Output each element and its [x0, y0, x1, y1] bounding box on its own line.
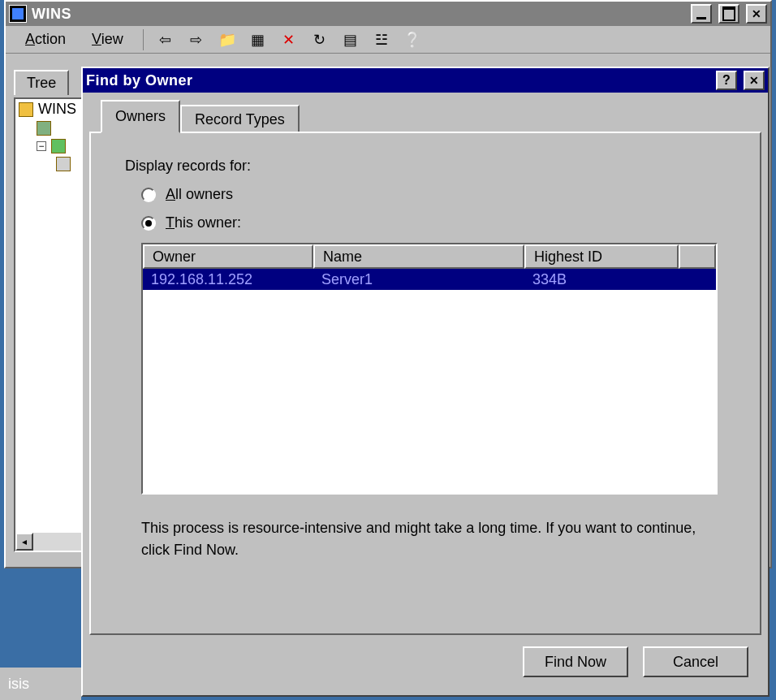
menubar: Action View ⇦ ⇨ 📁 ▦ ✕ ↻ ▤ ☳ ❔	[6, 26, 770, 54]
radio-dot	[145, 220, 152, 227]
menu-separator	[143, 29, 144, 50]
radio-this-owner-label: This owner:	[166, 214, 241, 231]
tab-page-owners: Display records for: All owners This own…	[89, 132, 761, 635]
toolbar-refresh-icon[interactable]: ↻	[306, 27, 334, 53]
listview-headers: Owner Name Highest ID	[143, 244, 716, 269]
records-icon	[56, 157, 71, 171]
cancel-button[interactable]: Cancel	[643, 646, 748, 677]
toolbar-export-icon[interactable]: ▤	[337, 27, 364, 53]
tree-collapse-icon[interactable]: −	[37, 141, 46, 151]
app-icon	[9, 5, 27, 23]
server-icon	[37, 121, 51, 136]
radio-this-owner-row[interactable]: This owner:	[141, 214, 726, 231]
tree-root-label: WINS	[38, 101, 76, 118]
wins-root-icon	[19, 102, 33, 117]
toolbar-up-icon[interactable]: 📁	[213, 27, 241, 53]
toolbar-delete-icon[interactable]: ✕	[275, 27, 303, 53]
radio-all-owners[interactable]	[141, 188, 156, 202]
col-name[interactable]: Name	[313, 244, 524, 269]
tree-tab[interactable]: Tree	[14, 70, 69, 95]
radio-all-owners-row[interactable]: All owners	[141, 186, 726, 203]
dialog-body: Owners Record Types Display records for:…	[89, 101, 761, 689]
cell-owner: 192.168.11.252	[143, 270, 313, 290]
dialog-title: Find by Owner	[86, 72, 709, 89]
table-row[interactable]: 192.168.11.252 Server1 334B	[143, 269, 716, 290]
radio-all-owners-label: All owners	[166, 186, 233, 203]
main-close-button[interactable]	[746, 4, 767, 24]
display-records-label: Display records for:	[125, 158, 726, 175]
minimize-button[interactable]	[691, 4, 712, 24]
dialog-help-button[interactable]	[716, 71, 737, 90]
col-padding	[679, 244, 716, 269]
main-title: WINS	[32, 6, 684, 23]
col-owner[interactable]: Owner	[143, 244, 313, 269]
dialog-titlebar[interactable]: Find by Owner	[83, 68, 768, 93]
find-now-button[interactable]: Find Now	[523, 646, 628, 677]
toolbar-back-icon[interactable]: ⇦	[152, 27, 179, 53]
tabstrip: Owners Record Types	[89, 101, 761, 132]
toolbar-list-icon[interactable]: ☳	[368, 27, 395, 53]
tab-record-types[interactable]: Record Types	[180, 105, 300, 133]
radio-this-owner[interactable]	[141, 216, 156, 231]
dialog-buttons: Find Now Cancel	[523, 646, 748, 677]
dialog-close-button[interactable]	[744, 71, 765, 90]
menu-action[interactable]: Action	[14, 29, 77, 50]
tab-owners[interactable]: Owners	[101, 100, 180, 133]
active-icon	[51, 139, 66, 153]
col-highest-id[interactable]: Highest ID	[524, 244, 679, 269]
owner-listview[interactable]: Owner Name Highest ID 192.168.11.252 Ser…	[141, 243, 718, 495]
menu-view[interactable]: View	[80, 29, 135, 50]
toolbar-help-icon[interactable]: ❔	[399, 27, 426, 53]
find-by-owner-dialog: Find by Owner Owners Record Types Displa…	[81, 67, 770, 697]
warning-text: This process is resource-intensive and m…	[141, 517, 709, 561]
toolbar-forward-icon[interactable]: ⇨	[183, 27, 210, 53]
cell-name: Server1	[313, 270, 524, 290]
scroll-left-icon[interactable]: ◂	[15, 533, 33, 551]
maximize-button[interactable]	[718, 4, 739, 24]
toolbar-properties-icon[interactable]: ▦	[244, 27, 272, 53]
taskbar-item[interactable]: isis	[0, 668, 81, 700]
main-titlebar[interactable]: WINS	[6, 2, 770, 26]
cell-highest-id: 334B	[524, 270, 679, 290]
